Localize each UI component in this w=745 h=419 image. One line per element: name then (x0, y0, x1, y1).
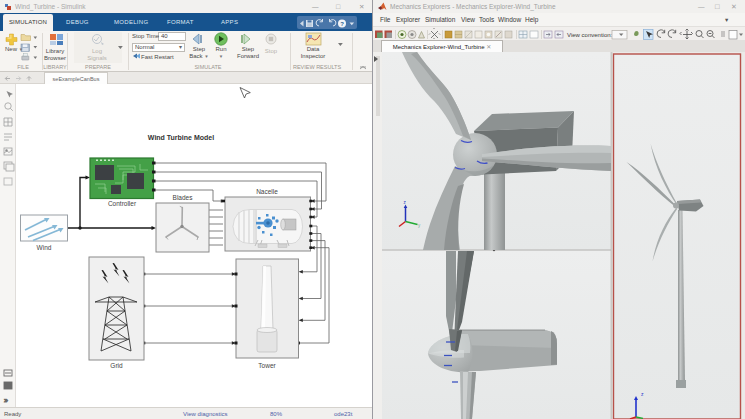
svg-text:»: » (4, 397, 8, 404)
svg-text:View convention:: View convention: (567, 32, 613, 38)
svg-text:Nacelle: Nacelle (256, 188, 278, 195)
svg-text:Grid: Grid (110, 362, 123, 369)
svg-text:Wind: Wind (37, 244, 52, 251)
svg-text:?: ? (340, 21, 344, 27)
svg-text:Controller: Controller (108, 200, 137, 207)
svg-text:Wind Turbine Model: Wind Turbine Model (148, 134, 214, 141)
svg-text:Tower: Tower (258, 362, 276, 369)
svg-text:Blades: Blades (173, 194, 194, 201)
